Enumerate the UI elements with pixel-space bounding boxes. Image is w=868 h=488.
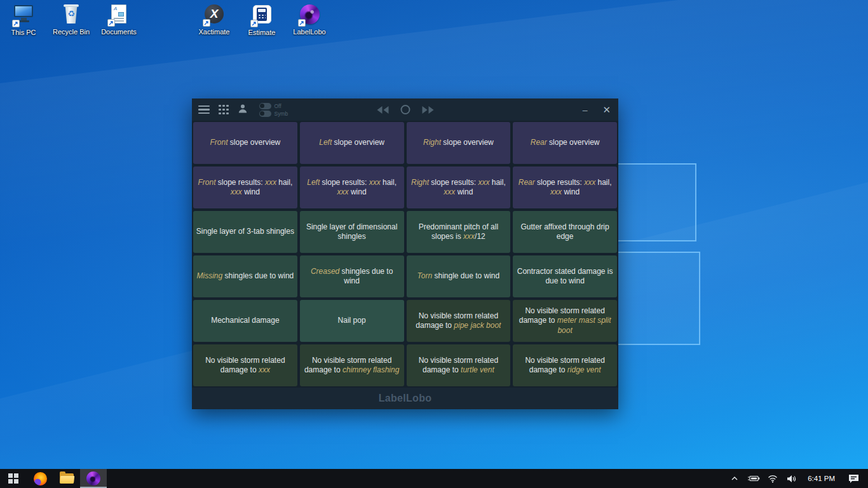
label-tile[interactable]: Right slope results: xxx hail, xxx wind xyxy=(407,166,511,208)
label-tile[interactable]: Front slope results: xxx hail, xxx wind xyxy=(193,166,297,208)
label-tile[interactable]: No visible storm related damage to turtl… xyxy=(407,344,511,386)
tile-label: No visible storm related damage to chimn… xyxy=(302,356,402,376)
taskbar-firefox-button[interactable] xyxy=(27,469,53,488)
window-footer: LabelLobo xyxy=(192,388,618,409)
tile-label: Gutter affixed through drip edge xyxy=(515,222,614,242)
recycle-bin-icon: ♻ xyxy=(60,4,82,26)
label-tile[interactable]: Right slope overview xyxy=(407,122,511,164)
desktop-icon-labellobo[interactable]: LabelLobo xyxy=(286,4,333,36)
tile-label: No visible storm related damage to xxx xyxy=(196,356,295,376)
desktop-icon-label: Xactimate xyxy=(191,28,238,36)
toggle-switch-icon xyxy=(259,103,271,109)
grid-icon xyxy=(219,105,229,115)
notification-icon xyxy=(848,474,859,484)
toggle-symb[interactable]: Symb xyxy=(259,111,288,117)
user-button[interactable] xyxy=(238,104,248,116)
xactimate-icon: X xyxy=(203,4,225,26)
grid-view-button[interactable] xyxy=(219,105,229,115)
record-circle-button[interactable] xyxy=(400,105,410,114)
tray-wifi-button[interactable] xyxy=(764,469,781,488)
windows-logo-icon xyxy=(8,473,18,484)
menu-button[interactable] xyxy=(198,104,210,116)
tile-label: Front slope overview xyxy=(210,138,281,147)
label-tile[interactable]: Torn shingle due to wind xyxy=(407,255,511,297)
label-tile[interactable]: Nail pop xyxy=(300,300,404,342)
label-tile[interactable]: Front slope overview xyxy=(193,122,297,164)
label-tile[interactable]: No visible storm related damage to pipe … xyxy=(407,300,511,342)
documents-icon: A xyxy=(108,4,130,26)
tile-label: Nail pop xyxy=(338,316,366,325)
tile-label: Left slope overview xyxy=(319,138,384,147)
taskbar-file-explorer-button[interactable] xyxy=(53,469,80,488)
desktop-icon-label: This PC xyxy=(0,29,47,36)
tray-battery-button[interactable] xyxy=(745,469,762,488)
taskbar-clock[interactable]: 6:41 PM xyxy=(803,475,840,482)
tile-label: No visible storm related damage to meter… xyxy=(515,306,614,336)
label-tile[interactable]: Gutter affixed through drip edge xyxy=(513,211,617,253)
tile-label: Rear slope results: xxx hail, xxx wind xyxy=(515,178,614,198)
label-tile[interactable]: No visible storm related damage to ridge… xyxy=(513,344,617,386)
label-tile[interactable]: No visible storm related damage to meter… xyxy=(513,300,617,342)
app-title: LabelLobo xyxy=(379,393,432,404)
desktop-icon-xactimate[interactable]: X Xactimate xyxy=(191,4,238,36)
label-tile[interactable]: Contractor stated damage is due to wind xyxy=(513,255,617,297)
desktop-icon-this-pc[interactable]: This PC xyxy=(0,4,47,36)
tray-chevron-up-button[interactable] xyxy=(726,469,743,488)
wifi-icon xyxy=(768,475,778,483)
label-tile[interactable]: Mechanical damage xyxy=(193,300,297,342)
label-tile[interactable]: Single layer of dimensional shingles xyxy=(300,211,404,253)
tile-label: No visible storm related damage to ridge… xyxy=(515,356,614,376)
person-icon xyxy=(238,104,248,114)
action-center-button[interactable] xyxy=(843,469,864,488)
tile-label: Left slope results: xxx hail, xxx wind xyxy=(302,178,402,198)
toggle-switch-icon xyxy=(259,111,271,117)
label-tile[interactable]: Creased shingles due to wind xyxy=(300,255,404,297)
label-tile[interactable]: No visible storm related damage to xxx xyxy=(193,344,297,386)
fast-forward-icon xyxy=(421,105,435,114)
start-button[interactable] xyxy=(0,469,27,488)
tile-label: Mechanical damage xyxy=(211,316,279,325)
tray-volume-button[interactable] xyxy=(783,469,800,488)
tile-grid: Front slope overviewLeft slope overviewR… xyxy=(192,121,618,388)
tile-label: Single layer of 3-tab shingles xyxy=(196,227,294,236)
label-tile[interactable]: Left slope results: xxx hail, xxx wind xyxy=(300,166,404,208)
battery-charging-icon xyxy=(747,475,760,482)
taskbar: 6:41 PM xyxy=(0,469,868,488)
label-tile[interactable]: Left slope overview xyxy=(300,122,404,164)
fast-forward-button[interactable] xyxy=(421,105,435,114)
label-tile[interactable]: Rear slope overview xyxy=(513,122,617,164)
tile-label: No visible storm related damage to turtl… xyxy=(409,356,508,376)
minimize-button[interactable]: – xyxy=(583,105,588,114)
desktop-icon-label: LabelLobo xyxy=(286,28,333,36)
desktop-icon-recycle-bin[interactable]: ♻ Recycle Bin xyxy=(48,4,95,36)
toggle-off[interactable]: Off xyxy=(259,103,288,109)
rewind-button[interactable] xyxy=(376,105,390,114)
recycle-symbol: ♻ xyxy=(65,10,78,18)
label-tile[interactable]: No visible storm related damage to chimn… xyxy=(300,344,404,386)
this-pc-icon xyxy=(13,5,34,27)
label-tile[interactable]: Rear slope results: xxx hail, xxx wind xyxy=(513,166,617,208)
shortcut-arrow-icon xyxy=(12,20,20,27)
tile-label: Right slope overview xyxy=(423,138,494,147)
shortcut-arrow-icon xyxy=(203,19,210,27)
rewind-icon xyxy=(376,105,390,114)
estimate-icon xyxy=(251,5,273,27)
label-tile[interactable]: Missing shingles due to wind xyxy=(193,255,297,297)
desktop-icon-documents[interactable]: A Documents xyxy=(95,4,142,36)
tile-label: Single layer of dimensional shingles xyxy=(302,222,402,242)
desktop-icon-estimate[interactable]: Estimate xyxy=(238,4,285,36)
tile-label: Front slope results: xxx hail, xxx wind xyxy=(196,178,295,198)
label-tile[interactable]: Single layer of 3-tab shingles xyxy=(193,211,297,253)
hamburger-icon xyxy=(198,105,210,114)
labellobo-icon xyxy=(299,4,320,26)
close-button[interactable]: ✕ xyxy=(602,105,611,114)
shortcut-arrow-icon xyxy=(298,19,306,27)
file-explorer-icon xyxy=(60,473,74,484)
desktop-icon-label: Recycle Bin xyxy=(48,28,95,36)
tile-label: Right slope results: xxx hail, xxx wind xyxy=(409,178,508,198)
label-tile[interactable]: Predominant pitch of all slopes is xxx/1… xyxy=(407,211,511,253)
tile-label: Rear slope overview xyxy=(531,138,600,147)
chevron-up-icon xyxy=(731,475,738,482)
firefox-icon xyxy=(34,472,47,485)
taskbar-labellobo-button[interactable] xyxy=(80,469,107,488)
